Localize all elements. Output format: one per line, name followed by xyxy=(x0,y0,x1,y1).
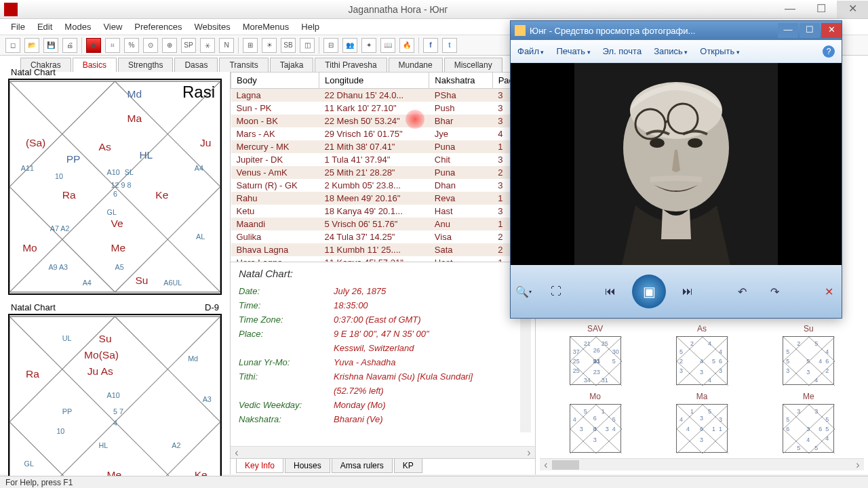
menu-preferences[interactable]: Preferences xyxy=(129,20,187,33)
data-icon[interactable]: ⌗ xyxy=(105,38,120,53)
table-row[interactable]: Bhava Lagna11 Kumbh 11' 25....Sata2 xyxy=(231,243,535,256)
grid-icon-3[interactable]: ⊟ xyxy=(323,38,338,53)
mini-chart[interactable]: Mo51465343633 xyxy=(545,392,645,453)
svg-text:10: 10 xyxy=(56,427,64,435)
zoom-button[interactable]: 🔍 xyxy=(513,281,534,302)
next-button[interactable]: ⏭ xyxy=(677,281,698,302)
tab-transits[interactable]: Transits xyxy=(219,58,268,72)
table-row[interactable]: Rahu18 Meen 49' 20.16"Reva1 xyxy=(231,192,535,205)
tool-icon-3[interactable]: ⊕ xyxy=(162,38,177,53)
menu-edit[interactable]: Edit xyxy=(32,20,58,33)
natal-row: (52.72% left) xyxy=(239,386,527,396)
menu-help[interactable]: Help xyxy=(296,20,325,33)
people-icon[interactable]: 👥 xyxy=(342,38,357,53)
viewer-menu-record[interactable]: Запись xyxy=(654,46,688,56)
table-row[interactable]: Ketu18 Kanya 49' 20.1...Hast3 xyxy=(231,205,535,218)
tool-sp[interactable]: SP xyxy=(181,38,196,53)
delete-button[interactable]: ✕ xyxy=(818,281,840,302)
scrollbar-h-right[interactable]: ‹› xyxy=(540,458,864,470)
table-row[interactable]: Venus - AmK25 Mith 21' 28.28"Puna2 xyxy=(231,166,535,179)
table-row[interactable]: Jupiter - DK1 Tula 41' 37.94"Chit3 xyxy=(231,153,535,166)
print-icon[interactable]: 🖨 xyxy=(62,38,77,53)
sun-icon[interactable]: ☀ xyxy=(262,38,277,53)
table-row[interactable]: Sun - PK11 Kark 10' 27.10"Push3 xyxy=(231,102,535,115)
table-row[interactable]: Hora Lagna11 Kanya 45' 57.21"Hast1 xyxy=(231,256,535,262)
fit-button[interactable]: ⛶ xyxy=(545,281,567,302)
viewer-minimize[interactable]: — xyxy=(778,23,798,38)
mini-chart[interactable]: Me335565644553 xyxy=(759,392,859,453)
open-icon[interactable]: 📂 xyxy=(24,38,39,53)
viewer-menu-file[interactable]: Файл xyxy=(517,46,544,56)
mini-chart[interactable]: As245424653334 xyxy=(652,324,751,385)
table-row[interactable]: Mercury - MK21 Mith 38' 07.41"Puna1 xyxy=(231,140,535,153)
tool-icon-1[interactable]: % xyxy=(124,38,139,53)
portrait-image xyxy=(574,63,778,265)
mini-chart[interactable]: Su255455643324 xyxy=(759,324,859,385)
natal-chart-rasi[interactable]: Natal Chart Rasi Md Ma (Sa) As Ju HL PP … xyxy=(8,79,222,295)
chart-icon[interactable]: ◆ xyxy=(86,38,101,53)
close-button[interactable]: ✕ xyxy=(837,1,868,18)
viewer-help-icon[interactable]: ? xyxy=(823,45,835,58)
svg-text:Su: Su xyxy=(99,333,112,344)
svg-text:A4: A4 xyxy=(195,164,203,172)
scrollbar-h-mid[interactable]: ‹› xyxy=(231,446,535,458)
new-icon[interactable]: ◻ xyxy=(5,38,20,53)
menu-moremenus[interactable]: MoreMenus xyxy=(237,20,295,33)
menu-file[interactable]: File xyxy=(5,20,31,33)
twitter-icon[interactable]: t xyxy=(442,38,457,53)
svg-text:A3: A3 xyxy=(203,395,212,403)
mini-chart[interactable]: SAV2125372630259533252334312131 xyxy=(545,324,645,385)
svg-text:SL: SL xyxy=(125,168,134,176)
tab-mundane[interactable]: Mundane xyxy=(389,58,443,72)
viewer-menu-email[interactable]: Эл. почта xyxy=(603,46,642,56)
grid-icon-1[interactable]: ⊞ xyxy=(243,38,258,53)
facebook-icon[interactable]: f xyxy=(423,38,438,53)
rotate-cw-button[interactable]: ↷ xyxy=(764,281,785,302)
photo-viewer-window[interactable]: Юнг - Средство просмотра фотографи... — … xyxy=(510,20,842,319)
viewer-titlebar: Юнг - Средство просмотра фотографи... — … xyxy=(511,21,842,40)
table-row[interactable]: Moon - BK22 Mesh 50' 53.24"Bhar3 xyxy=(231,115,535,127)
viewer-maximize[interactable]: ☐ xyxy=(800,23,820,38)
viewer-menu-open[interactable]: Открыть xyxy=(700,46,740,56)
menu-websites[interactable]: Websites xyxy=(189,20,235,33)
svg-text:A6UL: A6UL xyxy=(163,279,182,287)
table-row[interactable]: Maandi5 Vrisch 06' 51.76"Anu1 xyxy=(231,218,535,230)
btab-amsa[interactable]: Amsa rulers xyxy=(332,459,393,473)
viewer-close[interactable]: ✕ xyxy=(821,23,842,38)
tab-misc[interactable]: Miscellany xyxy=(444,58,502,72)
slideshow-button[interactable]: ▣ xyxy=(632,274,666,308)
col-body[interactable]: Body xyxy=(231,73,319,89)
col-longitude[interactable]: Longitude xyxy=(319,73,429,89)
tool-icon-2[interactable]: ⊙ xyxy=(143,38,158,53)
tool-icon-5[interactable]: ✦ xyxy=(361,38,376,53)
btab-houses[interactable]: Houses xyxy=(285,459,330,473)
rotate-ccw-button[interactable]: ↶ xyxy=(731,281,753,302)
tab-tajaka[interactable]: Tajaka xyxy=(270,58,314,72)
btab-kp[interactable]: KP xyxy=(394,459,422,473)
mini-chart[interactable]: Ma1543314613 xyxy=(652,392,751,453)
menu-modes[interactable]: Modes xyxy=(59,20,96,33)
prev-button[interactable]: ⏮ xyxy=(599,281,621,302)
col-nakshatra[interactable]: Nakshatra xyxy=(429,73,492,89)
table-row[interactable]: Lagna22 Dhanu 15' 24.0...PSha3 xyxy=(231,89,535,102)
minimize-button[interactable]: — xyxy=(774,1,806,18)
table-row[interactable]: Saturn (R) - GK2 Kumbh 05' 23.8...Dhan3 xyxy=(231,179,535,192)
menu-view[interactable]: View xyxy=(98,20,127,33)
tab-tithi[interactable]: Tithi Pravesha xyxy=(315,58,387,72)
table-row[interactable]: Gulika24 Tula 37' 14.25"Visa2 xyxy=(231,230,535,243)
save-icon[interactable]: 💾 xyxy=(43,38,58,53)
fire-icon[interactable]: 🔥 xyxy=(399,38,414,53)
book-icon[interactable]: 📖 xyxy=(380,38,395,53)
svg-text:Md: Md xyxy=(188,354,198,363)
btab-keyinfo[interactable]: Key Info xyxy=(236,459,283,473)
tool-sb[interactable]: SB xyxy=(281,38,296,53)
natal-chart-d9[interactable]: Natal ChartD-9 UL Su Mo(Sa) Md Ra Ju As … xyxy=(8,314,222,488)
natal-row: Time:18:35:00 xyxy=(239,300,527,310)
table-row[interactable]: Mars - AK29 Vrisch 16' 01.75"Jye4 xyxy=(231,127,535,140)
viewer-menu-print[interactable]: Печать xyxy=(556,46,590,56)
grid-icon-2[interactable]: ◫ xyxy=(300,38,315,53)
maximize-button[interactable]: ☐ xyxy=(806,1,837,18)
tool-n[interactable]: N xyxy=(219,38,234,53)
svg-line-35 xyxy=(9,317,220,488)
tool-icon-4[interactable]: ⚹ xyxy=(200,38,215,53)
